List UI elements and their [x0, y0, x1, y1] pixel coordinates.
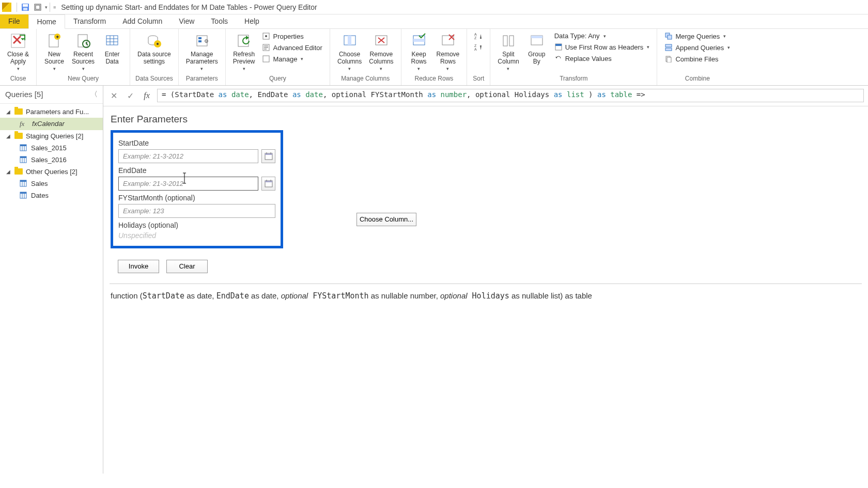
group-transform: Split Column ▾ Group By Data Type: Any▾ … — [490, 29, 657, 85]
svg-rect-23 — [198, 37, 202, 39]
qat-customize-icon[interactable]: ≡ — [53, 5, 56, 10]
refresh-preview-button[interactable]: Refresh Preview ▾ — [231, 31, 257, 73]
tree-group[interactable]: ◢Other Queries [2] — [0, 166, 103, 178]
replace-icon — [554, 54, 563, 62]
svg-rect-77 — [20, 192, 26, 194]
remove-rows-button[interactable]: Remove Rows ▾ — [435, 31, 462, 73]
formula-input[interactable]: = (StartDate as date, EndDate as date, o… — [157, 89, 864, 102]
formula-bar: ✕ ✓ fx = (StartDate as date, EndDate as … — [103, 86, 868, 106]
data-type-button[interactable]: Data Type: Any▾ — [552, 31, 652, 41]
tree-item-sales[interactable]: Sales — [0, 178, 103, 190]
svg-rect-85 — [265, 181, 272, 182]
group-label-parameters: Parameters — [186, 75, 218, 84]
titlebar: ▾ ≡ Setting up dynamic Start- and Enddat… — [0, 0, 868, 14]
divider — [17, 3, 17, 12]
enddate-input[interactable] — [118, 177, 258, 191]
accept-formula-icon[interactable]: ✓ — [124, 89, 136, 102]
svg-rect-24 — [198, 40, 202, 42]
tree-item-sales_2016[interactable]: Sales_2016 — [0, 154, 103, 166]
append-queries-button[interactable]: Append Queries▾ — [662, 42, 732, 53]
svg-rect-4 — [36, 5, 40, 9]
chevron-down-icon: ▾ — [446, 66, 449, 72]
choose-column-button[interactable]: Choose Column... — [357, 213, 416, 226]
combine-files-button[interactable]: Combine Files — [662, 54, 732, 64]
group-by-button[interactable]: Group By — [524, 31, 549, 67]
holidays-value: Unspecified — [118, 231, 275, 240]
first-row-headers-label: Use First Row as Headers — [565, 43, 644, 51]
expand-icon: ◢ — [6, 133, 11, 139]
chevron-down-icon: ▾ — [603, 34, 606, 39]
append-icon — [664, 43, 673, 52]
sort-asc-button[interactable]: AZ — [472, 31, 485, 41]
svg-rect-2 — [23, 8, 27, 10]
chevron-down-icon: ▾ — [507, 66, 509, 72]
close-apply-button[interactable]: Close & Apply ▾ — [5, 31, 31, 73]
content-area: ✕ ✓ fx = (StartDate as date, EndDate as … — [103, 86, 868, 474]
qat-dropdown-icon[interactable]: ▾ — [45, 5, 48, 10]
group-label-query: Query — [269, 75, 286, 84]
tab-file[interactable]: File — [0, 14, 28, 28]
fystartmonth-input[interactable] — [118, 204, 275, 218]
split-column-button[interactable]: Split Column ▾ — [495, 31, 521, 73]
tree-group[interactable]: ◢Staging Queries [2] — [0, 130, 103, 142]
recent-sources-label: Recent Sources — [72, 51, 95, 66]
manage-button[interactable]: Manage▾ — [260, 54, 324, 64]
tab-help[interactable]: Help — [236, 14, 268, 28]
replace-values-button[interactable]: Replace Values — [552, 53, 652, 64]
cancel-formula-icon[interactable]: ✕ — [107, 89, 120, 102]
svg-rect-69 — [20, 156, 26, 158]
merge-queries-button[interactable]: Merge Queries▾ — [662, 31, 732, 41]
tree-item-fxcalendar[interactable]: fxCalendar — [0, 118, 103, 130]
ribbon: Close & Apply ▾ Close ✦ New Source ▾ Rec… — [0, 29, 868, 86]
headers-icon — [554, 43, 563, 51]
svg-rect-51 — [503, 36, 507, 46]
manage-parameters-button[interactable]: ⚙ Manage Parameters ▾ — [184, 31, 220, 73]
new-source-button[interactable]: ✦ New Source ▾ — [42, 31, 67, 73]
tab-view[interactable]: View — [171, 14, 203, 28]
function-signature: function (StartDate as date, EndDate as … — [103, 284, 868, 308]
append-queries-label: Append Queries — [675, 44, 724, 52]
tree-group[interactable]: ◢Parameters and Fu... — [0, 106, 103, 118]
remove-rows-label: Remove Rows — [437, 51, 460, 66]
fx-icon[interactable]: fx — [141, 89, 153, 102]
replace-values-label: Replace Values — [565, 55, 612, 62]
group-combine: Merge Queries▾ Append Queries▾ Combine F… — [657, 29, 737, 85]
choose-columns-button[interactable]: Choose Columns ▾ — [335, 31, 364, 73]
collapse-icon[interactable]: 〈 — [90, 90, 98, 99]
properties-icon — [262, 32, 270, 40]
tab-home[interactable]: Home — [28, 14, 65, 29]
table-icon — [20, 144, 27, 151]
tree-item-dates[interactable]: Dates — [0, 190, 103, 201]
sort-asc-icon: AZ — [474, 32, 483, 40]
first-row-headers-button[interactable]: Use First Row as Headers▾ — [552, 42, 652, 52]
save-icon[interactable] — [20, 2, 30, 12]
enddate-calendar-button[interactable] — [261, 177, 275, 191]
advanced-editor-button[interactable]: Advanced Editor — [260, 42, 324, 53]
sort-desc-button[interactable]: ZA — [472, 42, 485, 53]
split-column-icon — [500, 32, 517, 50]
properties-button[interactable]: Properties — [260, 31, 324, 41]
tab-tools[interactable]: Tools — [203, 14, 236, 28]
undo-icon[interactable] — [33, 2, 43, 12]
tab-add-column[interactable]: Add Column — [114, 14, 171, 28]
data-source-settings-button[interactable]: Data source settings — [135, 31, 173, 67]
parameters-area: Enter Parameters StartDate EndDate FYSta… — [103, 106, 868, 273]
enter-data-icon — [103, 32, 121, 50]
tree-item-sales_2015[interactable]: Sales_2015 — [0, 142, 103, 154]
chevron-down-icon: ▾ — [723, 34, 726, 39]
chevron-down-icon: ▾ — [301, 56, 303, 61]
recent-sources-button[interactable]: Recent Sources ▾ — [70, 31, 97, 73]
close-apply-icon — [9, 32, 27, 50]
enddate-label: EndDate — [118, 166, 275, 175]
startdate-calendar-button[interactable] — [261, 149, 275, 163]
startdate-input[interactable] — [118, 149, 258, 163]
svg-rect-52 — [509, 36, 514, 46]
data-type-label: Data Type: Any — [554, 32, 600, 40]
invoke-button[interactable]: Invoke — [118, 260, 159, 273]
keep-rows-button[interactable]: Keep Rows ▾ — [407, 31, 431, 73]
clear-button[interactable]: Clear — [166, 260, 208, 273]
enter-data-button[interactable]: Enter Data — [100, 31, 125, 67]
remove-columns-button[interactable]: Remove Columns ▾ — [367, 31, 395, 73]
tab-transform[interactable]: Transform — [65, 14, 114, 28]
tree-item-label: Sales_2015 — [31, 144, 67, 152]
